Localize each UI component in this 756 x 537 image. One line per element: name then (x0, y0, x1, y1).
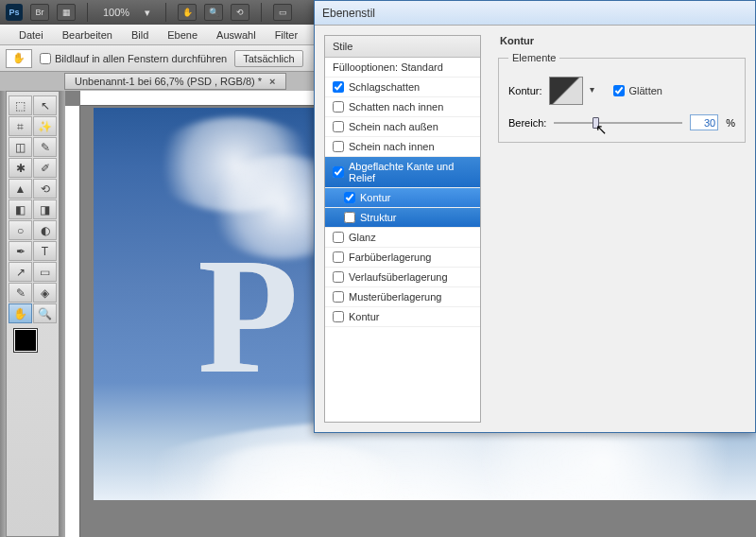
gradient-tool[interactable]: ◨ (33, 199, 57, 219)
actual-size-button[interactable]: Tatsächlich (234, 50, 302, 67)
contour-label: Kontur: (508, 85, 541, 96)
menu-ebene[interactable]: Ebene (158, 27, 207, 43)
type-tool[interactable]: T (33, 241, 57, 261)
contour-settings: Kontur Elemente Kontur: Glätten Bereich:… (498, 35, 746, 423)
section-title: Kontur (500, 35, 746, 46)
screen-mode-icon[interactable]: ▭ (273, 4, 292, 21)
zoom-tool-icon[interactable]: 🔍 (204, 4, 223, 21)
dialog-title[interactable]: Ebenenstil (315, 1, 755, 26)
style-schein-aussen[interactable]: Schein nach außen (325, 117, 480, 137)
menu-bearbeiten[interactable]: Bearbeiten (53, 27, 122, 43)
layout-icon[interactable]: ▦ (57, 4, 76, 21)
zoom-level[interactable]: 100% (103, 7, 129, 18)
ruler-vertical[interactable] (65, 106, 80, 537)
style-bevel[interactable]: Abgeflachte Kante und Relief (325, 157, 480, 188)
style-schein-innen[interactable]: Schein nach innen (325, 137, 480, 157)
range-label: Bereich: (508, 117, 546, 129)
eyedropper-tool[interactable]: ✎ (33, 137, 57, 157)
text-layer: P (198, 221, 299, 411)
range-unit: % (726, 117, 735, 129)
style-schatten-innen[interactable]: Schatten nach innen (325, 97, 480, 117)
zoom-tool[interactable]: 🔍 (33, 303, 57, 323)
range-slider[interactable] (554, 116, 682, 130)
eraser-tool[interactable]: ◧ (9, 199, 32, 219)
path-tool[interactable]: ↗ (9, 262, 32, 282)
lasso-tool[interactable]: ⌗ (9, 116, 32, 136)
rotate-icon[interactable]: ⟲ (231, 4, 249, 21)
style-farbe[interactable]: Farbüberlagerung (325, 248, 480, 268)
3d-tool[interactable]: ◈ (33, 283, 57, 303)
style-muster[interactable]: Musterüberlagerung (325, 287, 480, 307)
style-glanz[interactable]: Glanz (325, 228, 480, 248)
heal-tool[interactable]: ✱ (9, 158, 32, 178)
styles-header[interactable]: Stile (325, 36, 480, 58)
ps-logo: Ps (6, 4, 23, 21)
dodge-tool[interactable]: ◐ (33, 220, 57, 240)
menu-bild[interactable]: Bild (122, 27, 158, 43)
current-tool-icon[interactable]: ✋ (6, 49, 32, 68)
range-value-input[interactable] (690, 114, 718, 130)
hand-tool-icon[interactable]: ✋ (178, 4, 197, 21)
bridge-icon[interactable]: Br (30, 4, 49, 21)
layer-style-dialog: Ebenenstil Stile Füllooptionen: Standard… (314, 0, 756, 433)
style-struktur[interactable]: Struktur (325, 208, 480, 228)
hand-tool[interactable]: ✋ (9, 303, 32, 323)
color-swatches[interactable] (14, 329, 52, 367)
foreground-color[interactable] (14, 329, 37, 352)
move-tool[interactable]: ⬚ (9, 95, 32, 115)
stamp-tool[interactable]: ▲ (9, 179, 32, 199)
menu-auswahl[interactable]: Auswahl (207, 27, 266, 43)
fill-options[interactable]: Füllooptionen: Standard (325, 58, 480, 78)
menu-datei[interactable]: Datei (9, 27, 53, 43)
styles-panel: Stile Füllooptionen: Standard Schlagscha… (324, 35, 481, 423)
contour-picker[interactable] (549, 77, 583, 105)
shape-tool[interactable]: ▭ (33, 262, 57, 282)
cursor-icon: ↖ (595, 121, 608, 138)
crop-tool[interactable]: ◫ (9, 137, 32, 157)
blur-tool[interactable]: ○ (9, 220, 32, 240)
notes-tool[interactable]: ✎ (9, 283, 32, 303)
antialias-checkbox[interactable]: Glätten (613, 85, 662, 96)
scroll-all-checkbox[interactable]: Bildlauf in allen Fenstern durchführen (40, 53, 227, 64)
menu-filter[interactable]: Filter (266, 27, 307, 43)
wand-tool[interactable]: ✨ (33, 116, 57, 136)
style-schlagschatten[interactable]: Schlagschatten (325, 78, 480, 97)
brush-tool[interactable]: ✐ (33, 158, 57, 178)
history-tool[interactable]: ⟲ (33, 179, 57, 199)
elements-legend: Elemente (508, 52, 559, 63)
style-kontur2[interactable]: Kontur (325, 307, 480, 327)
style-verlauf[interactable]: Verlaufsüberlagerung (325, 268, 480, 287)
style-kontur[interactable]: Kontur (325, 188, 480, 208)
pen-tool[interactable]: ✒ (9, 241, 32, 261)
close-icon[interactable]: × (269, 76, 275, 87)
toolbox: ⬚↖ ⌗✨ ◫✎ ✱✐ ▲⟲ ◧◨ ○◐ ✒T ↗▭ ✎◈ ✋🔍 (6, 91, 60, 537)
marquee-tool[interactable]: ↖ (33, 95, 57, 115)
document-tab[interactable]: Unbenannt-1 bei 66,7% (PSD , RGB/8) *× (64, 73, 286, 90)
